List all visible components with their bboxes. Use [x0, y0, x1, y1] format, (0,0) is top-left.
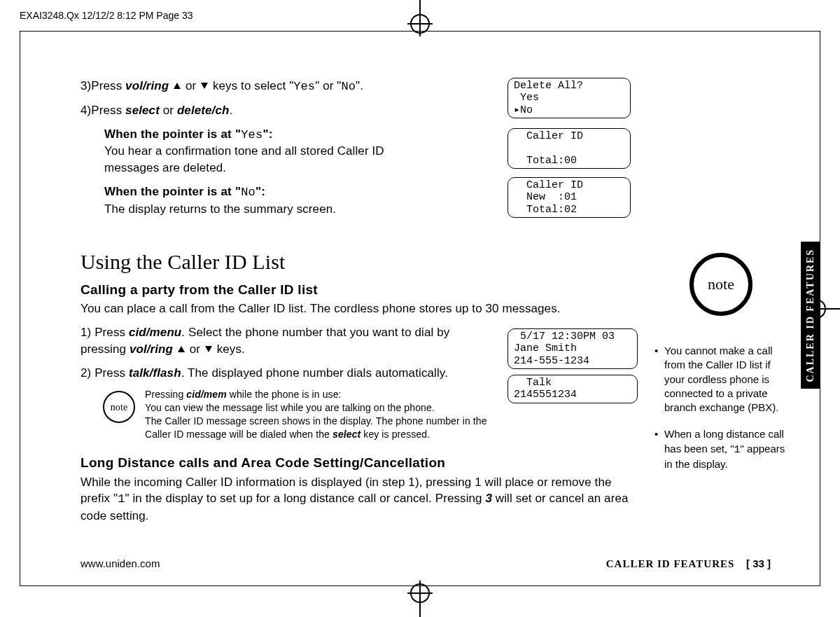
down-arrow-icon [205, 346, 212, 352]
intro-paragraph: You can place a call from the Caller ID … [80, 300, 634, 317]
down-arrow-icon [201, 83, 208, 89]
when-yes-body: You hear a confirmation tone and all sto… [104, 143, 440, 176]
up-arrow-icon [174, 83, 181, 89]
note-icon-large: note [690, 253, 752, 316]
when-no-block: When the pointer is at "No": The display… [104, 183, 440, 218]
side-note-item: You cannot make a call from the Caller I… [654, 344, 788, 415]
subsection-heading-long-distance: Long Distance calls and Area Code Settin… [80, 454, 634, 473]
page-content: 3)Press vol/ring or keys to select "Yes"… [80, 78, 771, 557]
lcd-caller-id-empty: Caller ID Total:00 [507, 128, 631, 169]
footer-section: CALLER ID FEATURES [606, 558, 735, 569]
note-icon: note [103, 391, 135, 423]
lcd-delete-all: Delete All? Yes ▸No [507, 78, 631, 118]
section-tab-label: CALLER ID FEATURES [805, 249, 816, 382]
side-note-column: note You cannot make a call from the Cal… [654, 253, 788, 484]
subsection-heading: Calling a party from the Caller ID list [80, 281, 634, 300]
lcd-caller-id-summary: Caller ID New :01 Total:02 [507, 177, 631, 218]
registration-mark [410, 583, 430, 603]
footer-url: www.uniden.com [80, 557, 160, 569]
up-arrow-icon [178, 346, 185, 352]
when-yes-block: When the pointer is at "Yes": You hear a… [104, 126, 440, 176]
section-tab: CALLER ID FEATURES [801, 242, 820, 389]
long-distance-paragraph: While the incoming Caller ID information… [80, 474, 634, 525]
page-frame: CALLER ID FEATURES 3)Press vol/ring or k… [20, 31, 820, 586]
when-yes-heading: When the pointer is at "Yes": [104, 126, 440, 144]
step-2: 2) Press talk/flash. The displayed phone… [80, 365, 472, 382]
section-heading: Using the Caller ID List [80, 247, 634, 277]
when-no-body: The display returns to the summary scree… [104, 201, 440, 218]
step-1: 1) Press cid/menu. Select the phone numb… [80, 324, 472, 358]
lcd-talk-dial: Talk 2145551234 [507, 375, 638, 403]
page-number: [ 33 ] [746, 557, 771, 569]
inline-note-text: Pressing cid/mem while the phone is in u… [145, 388, 502, 441]
side-note-item: When a long distance call has been set, … [654, 427, 788, 471]
page-footer: www.uniden.com CALLER ID FEATURES [ 33 ] [80, 557, 771, 570]
when-no-heading: When the pointer is at "No": [104, 183, 440, 201]
print-run-header: EXAI3248.Qx 12/12/2 8:12 PM Page 33 [20, 10, 193, 21]
lcd-caller-id-entry: 5/17 12:30PM 03 Jane Smith 214-555-1234 [507, 328, 638, 369]
